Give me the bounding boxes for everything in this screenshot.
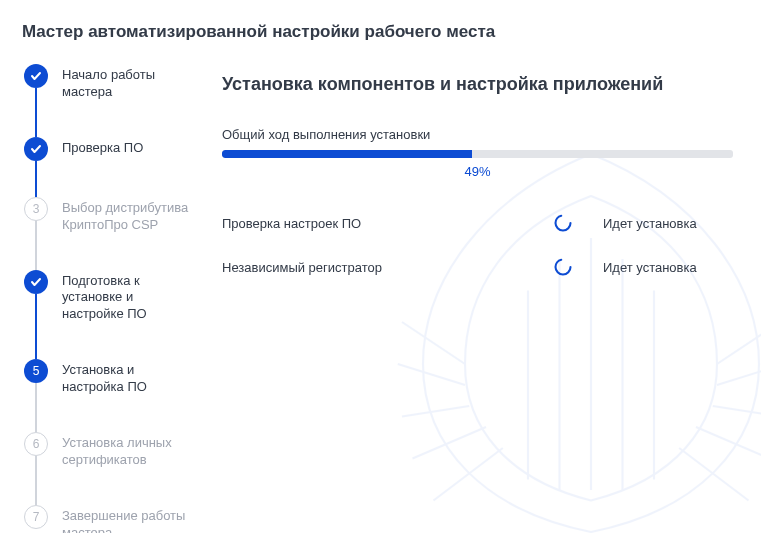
step-label: Установка личных сертификатов	[62, 432, 190, 469]
step-number-icon: 7	[24, 505, 48, 529]
check-icon	[24, 270, 48, 294]
step-5: 5Установка и настройка ПО	[24, 359, 190, 432]
step-3: 3Выбор дистрибутива КриптоПро CSP	[24, 197, 190, 270]
step-label: Начало работы мастера	[62, 64, 190, 101]
step-1: Начало работы мастера	[24, 64, 190, 137]
step-label: Завершение работы мастера	[62, 505, 190, 533]
step-connector	[35, 456, 37, 505]
step-number-icon: 3	[24, 197, 48, 221]
wizard-stepper: Начало работы мастераПроверка ПО3Выбор д…	[0, 64, 200, 533]
step-label: Подготовка к установке и настройке ПО	[62, 270, 190, 324]
task-name: Проверка настроек ПО	[222, 216, 543, 231]
progress-label: Общий ход выполнения установки	[222, 127, 733, 142]
spinner-icon	[553, 213, 573, 233]
step-connector	[35, 161, 37, 197]
step-number-icon: 5	[24, 359, 48, 383]
task-status: Идет установка	[603, 260, 733, 275]
progress-track	[222, 150, 733, 158]
progress-percent: 49%	[222, 164, 733, 179]
svg-point-0	[556, 216, 571, 231]
step-connector	[35, 221, 37, 270]
main-panel: Установка компонентов и настройка прилож…	[200, 64, 761, 533]
step-6: 6Установка личных сертификатов	[24, 432, 190, 505]
step-connector	[35, 88, 37, 137]
task-list: Проверка настроек ПОИдет установкаНезави…	[222, 201, 733, 289]
check-icon	[24, 64, 48, 88]
spinner-icon	[553, 257, 573, 277]
step-2: Проверка ПО	[24, 137, 190, 197]
task-row: Проверка настроек ПОИдет установка	[222, 201, 733, 245]
check-icon	[24, 137, 48, 161]
step-connector	[35, 294, 37, 360]
step-label: Проверка ПО	[62, 137, 143, 157]
step-connector	[35, 383, 37, 432]
task-name: Независимый регистратор	[222, 260, 543, 275]
step-label: Выбор дистрибутива КриптоПро CSP	[62, 197, 190, 234]
page-title: Мастер автоматизированной настройки рабо…	[0, 0, 761, 64]
svg-point-1	[556, 260, 571, 275]
task-status: Идет установка	[603, 216, 733, 231]
progress-fill	[222, 150, 472, 158]
section-header: Установка компонентов и настройка прилож…	[222, 74, 733, 95]
progress-block: Общий ход выполнения установки 49%	[222, 127, 733, 179]
step-7: 7Завершение работы мастера	[24, 505, 190, 533]
step-label: Установка и настройка ПО	[62, 359, 190, 396]
step-4: Подготовка к установке и настройке ПО	[24, 270, 190, 360]
task-row: Независимый регистраторИдет установка	[222, 245, 733, 289]
step-number-icon: 6	[24, 432, 48, 456]
